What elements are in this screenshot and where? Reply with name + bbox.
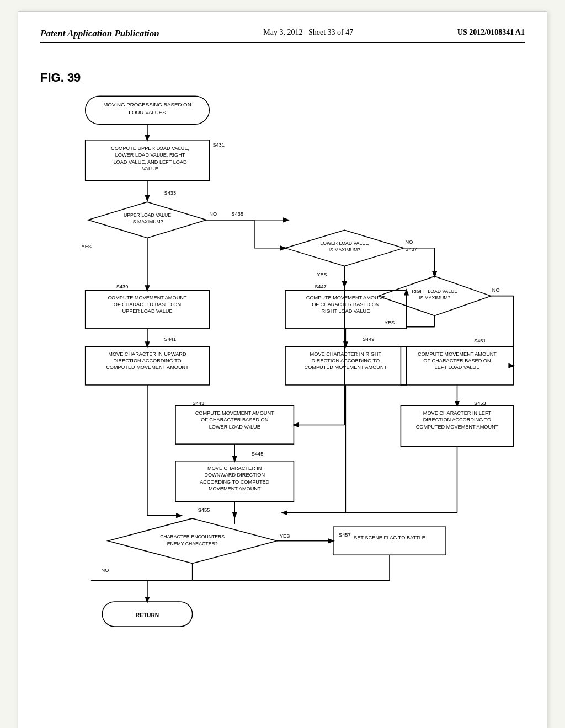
svg-text:RIGHT LOAD VALUE: RIGHT LOAD VALUE [412,288,457,294]
patent-number: US 2012/0108341 A1 [457,28,525,37]
svg-text:ENEMY CHARACTER?: ENEMY CHARACTER? [167,541,218,547]
svg-text:IS MAXIMUM?: IS MAXIMUM? [419,295,450,301]
svg-text:S445: S445 [252,451,263,457]
svg-text:COMPUTE MOVEMENT AMOUNT: COMPUTE MOVEMENT AMOUNT [306,295,385,301]
svg-text:OF CHARACTER BASED ON: OF CHARACTER BASED ON [114,302,181,307]
svg-text:S431: S431 [212,142,224,148]
page-header: Patent Application Publication May 3, 20… [40,28,525,43]
diagram-area: FIG. 39 MOVING PROCESSING BASED ON FOUR … [40,60,525,712]
svg-text:YES: YES [385,320,395,325]
svg-text:S453: S453 [474,400,486,406]
fig-label: FIG. 39 [40,71,525,85]
svg-text:COMPUTED MOVEMENT AMOUNT: COMPUTED MOVEMENT AMOUNT [305,365,387,370]
svg-text:RIGHT LOAD VALUE: RIGHT LOAD VALUE [321,308,370,314]
svg-text:YES: YES [280,533,290,539]
svg-text:NO: NO [406,239,413,245]
svg-text:DIRECTION ACCORDING TO: DIRECTION ACCORDING TO [423,417,492,422]
svg-rect-108 [333,527,446,555]
svg-text:S435: S435 [232,211,243,217]
svg-text:UPPER LOAD VALUE: UPPER LOAD VALUE [122,308,172,314]
svg-text:MOVING PROCESSING BASED ON: MOVING PROCESSING BASED ON [103,101,191,108]
svg-text:MOVE CHARACTER IN RIGHT: MOVE CHARACTER IN RIGHT [310,351,382,357]
svg-text:LEFT LOAD VALUE: LEFT LOAD VALUE [435,365,480,370]
svg-text:UPPER LOAD VALUE: UPPER LOAD VALUE [124,212,171,218]
svg-text:NO: NO [209,211,217,217]
svg-text:DIRECTION ACCORDING TO: DIRECTION ACCORDING TO [113,358,182,363]
svg-text:S439: S439 [116,284,128,290]
svg-text:LOWER LOAD VALUE: LOWER LOAD VALUE [209,424,260,430]
svg-text:CHARACTER ENCOUNTERS: CHARACTER ENCOUNTERS [160,534,225,539]
svg-text:COMPUTED MOVEMENT AMOUNT: COMPUTED MOVEMENT AMOUNT [416,424,499,430]
svg-text:DIRECTION ACCORDING TO: DIRECTION ACCORDING TO [312,358,380,363]
sheet-info: Sheet 33 of 47 [308,28,353,36]
svg-text:YES: YES [317,272,327,277]
svg-text:COMPUTE MOVEMENT AMOUNT: COMPUTE MOVEMENT AMOUNT [108,295,186,301]
svg-text:NO: NO [492,287,500,293]
svg-text:VALUE: VALUE [142,166,158,172]
svg-text:YES: YES [82,244,92,249]
page: Patent Application Publication May 3, 20… [18,11,547,728]
svg-text:FOUR VALUES: FOUR VALUES [129,109,166,115]
svg-text:LOAD VALUE, AND LEFT LOAD: LOAD VALUE, AND LEFT LOAD [113,159,187,165]
flowchart-svg: MOVING PROCESSING BASED ON FOUR VALUES C… [40,90,525,710]
svg-text:MOVEMENT AMOUNT: MOVEMENT AMOUNT [209,486,261,491]
svg-text:COMPUTE UPPER LOAD VALUE,: COMPUTE UPPER LOAD VALUE, [111,146,189,151]
svg-text:S449: S449 [363,336,374,342]
svg-text:RETURN: RETURN [136,612,159,618]
svg-text:S455: S455 [198,507,210,513]
svg-text:LOWER LOAD VALUE, RIGHT: LOWER LOAD VALUE, RIGHT [115,152,185,158]
svg-text:S447: S447 [315,284,326,290]
svg-text:ACCORDING TO COMPUTED: ACCORDING TO COMPUTED [200,479,269,485]
svg-text:NO: NO [102,568,109,573]
pub-date: May 3, 2012 [263,28,302,36]
svg-text:S451: S451 [474,338,486,344]
svg-text:MOVE CHARACTER IN UPWARD: MOVE CHARACTER IN UPWARD [108,351,186,357]
patent-title: Patent Application Publication [40,28,159,39]
publication-info: May 3, 2012 Sheet 33 of 47 [263,28,353,37]
svg-text:S441: S441 [164,336,176,342]
svg-text:IS MAXIMUM?: IS MAXIMUM? [131,219,163,224]
svg-text:IS MAXIMUM?: IS MAXIMUM? [329,247,360,253]
svg-text:DOWNWARD DIRECTION: DOWNWARD DIRECTION [204,472,265,478]
svg-text:COMPUTED MOVEMENT AMOUNT: COMPUTED MOVEMENT AMOUNT [106,365,189,370]
svg-line-23 [206,220,285,248]
svg-text:MOVE CHARACTER IN: MOVE CHARACTER IN [207,465,262,471]
svg-text:S443: S443 [193,400,204,406]
svg-text:MOVE CHARACTER IN LEFT: MOVE CHARACTER IN LEFT [423,410,492,416]
svg-text:S433: S433 [164,190,176,196]
svg-text:S457: S457 [339,532,350,538]
svg-text:OF CHARACTER BASED ON: OF CHARACTER BASED ON [423,358,491,363]
svg-text:S437: S437 [406,247,417,252]
svg-text:LOWER LOAD VALUE: LOWER LOAD VALUE [320,240,369,246]
svg-text:COMPUTE MOVEMENT AMOUNT: COMPUTE MOVEMENT AMOUNT [195,410,274,416]
svg-text:OF CHARACTER BASED ON: OF CHARACTER BASED ON [201,417,268,422]
svg-text:COMPUTE MOVEMENT AMOUNT: COMPUTE MOVEMENT AMOUNT [418,351,497,357]
svg-text:OF CHARACTER BASED ON: OF CHARACTER BASED ON [312,302,379,307]
svg-text:SET SCENE FLAG TO BATTLE: SET SCENE FLAG TO BATTLE [354,535,425,540]
